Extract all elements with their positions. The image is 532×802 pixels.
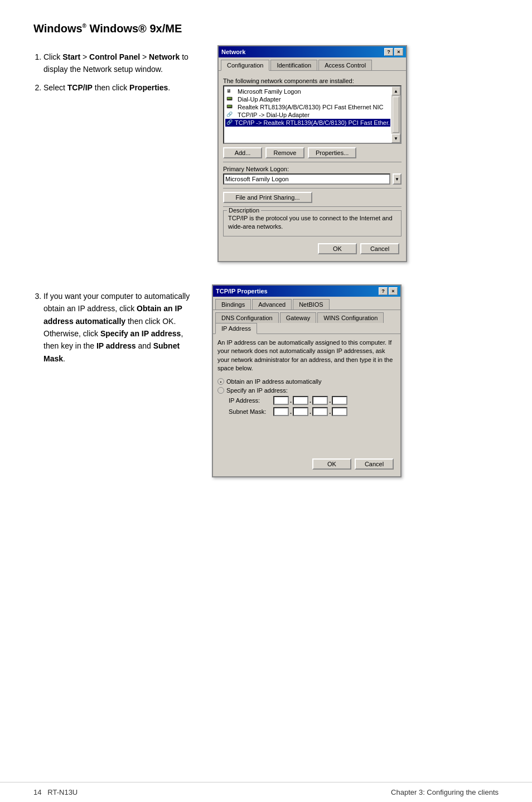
list-scrollbar[interactable]: ▲ ▼ bbox=[391, 86, 400, 143]
help-button[interactable]: ? bbox=[384, 48, 393, 56]
ip-octet-3[interactable] bbox=[312, 396, 328, 405]
step3-ip: IP address bbox=[96, 341, 136, 350]
network-dialog-body: The following network components are ins… bbox=[219, 71, 406, 261]
spacer bbox=[217, 418, 396, 452]
tab-netbios[interactable]: NetBIOS bbox=[293, 299, 329, 310]
ip-octet-1[interactable] bbox=[273, 396, 289, 405]
tcpip-titlebar-buttons: ? × bbox=[379, 287, 398, 295]
tcpip-tabs-row1: Bindings Advanced NetBIOS bbox=[213, 297, 400, 310]
component-buttons: Add... Remove Properties... bbox=[223, 147, 402, 158]
tcpip-titlebar: TCP/IP Properties ? × bbox=[213, 286, 400, 297]
tcpip-close-btn[interactable]: × bbox=[389, 287, 398, 295]
step1-start: Start bbox=[62, 52, 80, 61]
radio-auto-btn[interactable] bbox=[217, 378, 224, 385]
step3-specify: Specify an IP address bbox=[100, 329, 181, 338]
ip-octet-4[interactable] bbox=[332, 396, 347, 405]
ok-cancel-row: OK Cancel bbox=[223, 241, 402, 257]
tcpip-cancel-button[interactable]: Cancel bbox=[355, 458, 394, 470]
tcpip-tabs-row2: DNS Configuration Gateway WINS Configura… bbox=[213, 310, 400, 334]
cancel-button[interactable]: Cancel bbox=[360, 243, 399, 254]
step-1: Click Start > Control Panel > Network to… bbox=[43, 51, 201, 76]
add-button[interactable]: Add... bbox=[223, 147, 262, 158]
tcpip-ok-cancel-row: OK Cancel bbox=[217, 456, 396, 472]
radio-specify-label: Specify an IP address: bbox=[226, 387, 288, 394]
list-content: 🖥 Microsoft Family Logon 📟 Dial-Up Adapt… bbox=[224, 86, 391, 143]
tcpip-help-btn[interactable]: ? bbox=[379, 287, 388, 295]
description-label: Description bbox=[227, 207, 261, 214]
radio-auto-label: Obtain an IP address automatically bbox=[226, 378, 321, 385]
step-3: If you want your computer to automatical… bbox=[43, 290, 195, 365]
step2-properties: Properties bbox=[129, 83, 168, 92]
tab-dns[interactable]: DNS Configuration bbox=[215, 312, 279, 323]
logon-dropdown-arrow[interactable]: ▼ bbox=[393, 173, 402, 185]
separator-1 bbox=[223, 162, 402, 162]
network-dialog-title: Network bbox=[221, 49, 245, 55]
list-item-3: 📟 Realtek RTL8139(A/B/C/8130) PCI Fast E… bbox=[225, 103, 390, 111]
step2-tcpip: TCP/IP bbox=[67, 83, 93, 92]
steps-1-2-text: Click Start > Control Panel > Network to… bbox=[33, 45, 201, 99]
page-content: Windows® Windows® 9x/ME Click Start > Co… bbox=[0, 0, 532, 500]
ip-address-group: IP Address: . . . bbox=[229, 396, 396, 405]
ip-address-label: IP Address: bbox=[229, 397, 273, 404]
footer-model: RT-N13U bbox=[47, 788, 78, 796]
subnet-dot-3: . bbox=[329, 408, 331, 415]
ip-dot-3: . bbox=[329, 397, 331, 404]
primary-logon-label: Primary Network Logon: bbox=[223, 166, 402, 172]
steps-1-2-row: Click Start > Control Panel > Network to… bbox=[33, 45, 499, 262]
remove-button[interactable]: Remove bbox=[265, 147, 304, 158]
scroll-down-btn[interactable]: ▼ bbox=[391, 134, 400, 143]
tab-identification[interactable]: Identification bbox=[270, 60, 317, 70]
radio-specify-row: Specify an IP address: bbox=[217, 387, 396, 394]
primary-logon-select[interactable]: Microsoft Family Logon bbox=[223, 173, 390, 185]
subnet-fields: . . . bbox=[273, 407, 347, 416]
properties-button[interactable]: Properties... bbox=[308, 147, 356, 158]
superscript-r: ® bbox=[83, 23, 86, 29]
tab-advanced[interactable]: Advanced bbox=[252, 299, 292, 310]
network-dialog-titlebar: Network ? × bbox=[219, 46, 406, 57]
network-dialog-tabs: Configuration Identification Access Cont… bbox=[219, 57, 406, 71]
tab-wins[interactable]: WINS Configuration bbox=[317, 312, 384, 323]
footer-page-model: 14 RT-N13U bbox=[33, 788, 78, 796]
ok-button[interactable]: OK bbox=[318, 243, 357, 254]
subnet-octet-2[interactable] bbox=[293, 407, 308, 416]
icon-family-logon: 🖥 bbox=[226, 88, 235, 95]
subnet-octet-3[interactable] bbox=[312, 407, 328, 416]
radio-specify-btn[interactable] bbox=[217, 387, 224, 394]
icon-tcpip-realtek: 🔗 bbox=[226, 119, 233, 126]
components-listbox[interactable]: 🖥 Microsoft Family Logon 📟 Dial-Up Adapt… bbox=[223, 85, 402, 144]
subnet-mask-label: Subnet Mask: bbox=[229, 408, 273, 415]
page-footer: 14 RT-N13U Chapter 3: Configuring the cl… bbox=[0, 782, 532, 802]
ip-octet-2[interactable] bbox=[293, 396, 308, 405]
scroll-up-btn[interactable]: ▲ bbox=[391, 86, 400, 95]
icon-dialup: 📟 bbox=[226, 96, 235, 103]
list-item-5[interactable]: 🔗 TCP/IP -> Realtek RTL8139(A/B/C/8130) … bbox=[225, 119, 390, 127]
tab-configuration[interactable]: Configuration bbox=[221, 60, 269, 71]
tab-ipaddress[interactable]: IP Address bbox=[215, 323, 257, 334]
tab-gateway[interactable]: Gateway bbox=[280, 312, 316, 323]
separator-2 bbox=[223, 188, 402, 189]
subnet-octet-4[interactable] bbox=[332, 407, 347, 416]
icon-realtek: 📟 bbox=[226, 104, 235, 110]
tcpip-dialog: TCP/IP Properties ? × Bindings Advanced … bbox=[212, 284, 402, 478]
close-button[interactable]: × bbox=[394, 48, 403, 56]
network-dialog-image: Network ? × Configuration Identification… bbox=[217, 45, 499, 262]
tab-access-control[interactable]: Access Control bbox=[318, 60, 372, 70]
footer-chapter: Chapter 3: Configuring the clients bbox=[391, 788, 499, 796]
tcpip-title: TCP/IP Properties bbox=[216, 288, 268, 294]
ip-dot-2: . bbox=[309, 397, 311, 404]
step3-text: If you want your computer to automatical… bbox=[33, 284, 195, 370]
subnet-octet-1[interactable] bbox=[273, 407, 289, 416]
ip-dot-1: . bbox=[290, 397, 292, 404]
steps-list: Click Start > Control Panel > Network to… bbox=[33, 51, 201, 94]
scroll-thumb[interactable] bbox=[393, 96, 399, 133]
tab-bindings[interactable]: Bindings bbox=[215, 299, 251, 310]
subnet-dot-1: . bbox=[290, 408, 292, 415]
primary-logon-row: Microsoft Family Logon ▼ bbox=[223, 173, 402, 185]
tcpip-ok-button[interactable]: OK bbox=[312, 458, 351, 470]
tcpip-dialog-body: An IP address can be automatically assig… bbox=[213, 334, 400, 477]
list-item-2: 📟 Dial-Up Adapter bbox=[225, 95, 390, 103]
step3-list: If you want your computer to automatical… bbox=[33, 290, 195, 365]
description-groupbox: Description TCP/IP is the protocol you u… bbox=[223, 210, 402, 236]
step1-network: Network bbox=[149, 52, 180, 61]
file-print-sharing-button[interactable]: File and Print Sharing... bbox=[223, 192, 312, 203]
